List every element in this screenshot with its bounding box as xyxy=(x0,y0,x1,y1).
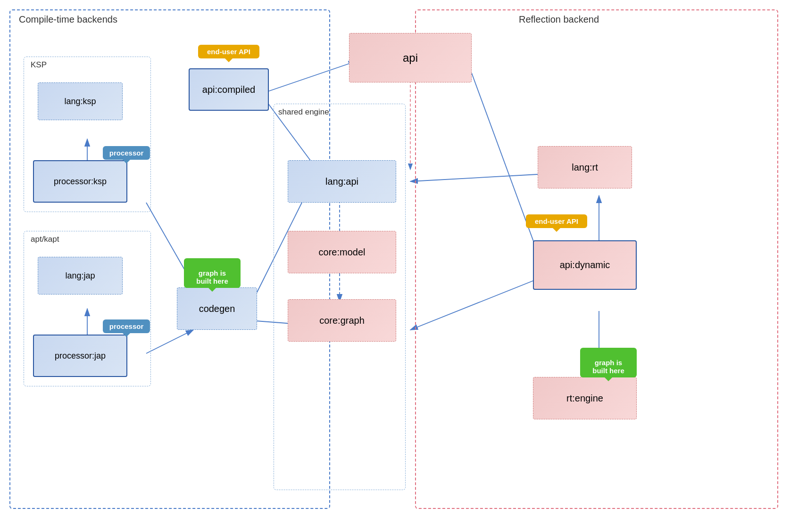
node-api-compiled: api:compiled xyxy=(189,68,269,111)
bubble-end-user-api-1: end-user API xyxy=(198,45,259,58)
bubble-processor-1: processor xyxy=(103,146,150,160)
reflection-region-label: Reflection backend xyxy=(519,14,599,25)
node-lang-ksp: lang:ksp xyxy=(38,82,123,120)
bubble-graph-built-1: graph is built here xyxy=(184,258,241,288)
bubble-graph-built-2: graph is built here xyxy=(580,348,637,377)
node-lang-rt: lang:rt xyxy=(538,146,632,188)
node-codegen: codegen xyxy=(177,287,257,330)
apt-region-label: apt/kapt xyxy=(31,235,59,244)
compile-region-label: Compile-time backends xyxy=(19,14,117,25)
node-lang-jap: lang:jap xyxy=(38,257,123,295)
node-core-graph: core:graph xyxy=(288,299,396,342)
node-core-model: core:model xyxy=(288,231,396,273)
node-api-dynamic: api:dynamic xyxy=(533,240,637,290)
ksp-region-label: KSP xyxy=(31,60,47,70)
node-processor-ksp: processor:ksp xyxy=(33,160,127,203)
node-rt-engine: rt:engine xyxy=(533,377,637,419)
node-api: api xyxy=(349,33,472,82)
bubble-processor-2: processor xyxy=(103,319,150,333)
node-processor-jap: processor:jap xyxy=(33,335,127,377)
shared-region-label: shared engine xyxy=(278,107,329,117)
diagram-container: Compile-time backends Reflection backend… xyxy=(0,0,790,532)
bubble-end-user-api-2: end-user API xyxy=(526,214,587,228)
node-lang-api: lang:api xyxy=(288,160,396,203)
